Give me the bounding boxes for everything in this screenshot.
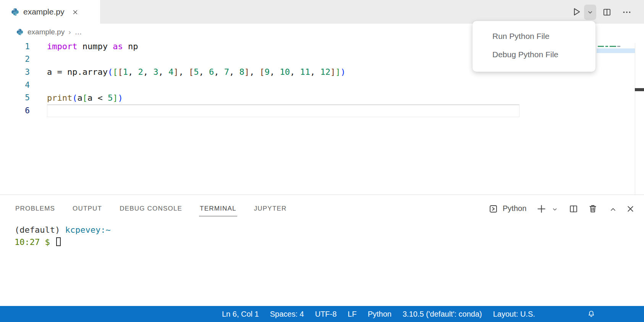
tab-example-py[interactable]: example.py	[0, 0, 100, 24]
run-menu: Run Python FileDebug Python File	[472, 21, 595, 72]
editor-tab-bar: example.py	[0, 0, 644, 24]
status-keyboard-layout[interactable]: Layout: U.S.	[493, 310, 535, 319]
code-token: as	[113, 42, 123, 51]
minimap-code-mark	[605, 46, 608, 47]
code-token: 9	[265, 67, 270, 77]
code-token: [	[113, 67, 118, 77]
code-token: 2	[138, 67, 143, 77]
terminal-line: 10:27 $	[15, 237, 111, 250]
new-terminal-button[interactable]	[536, 203, 547, 214]
tab-label: example.py	[23, 7, 64, 16]
code-token: 10	[280, 67, 290, 77]
code-token: ,	[128, 67, 138, 77]
status-language-mode[interactable]: Python	[368, 310, 392, 319]
breadcrumb-more[interactable]: …	[75, 28, 82, 36]
ellipsis-icon	[622, 7, 632, 17]
code-token: [	[83, 93, 87, 103]
close-icon[interactable]	[72, 9, 79, 16]
kill-terminal-button[interactable]	[587, 203, 598, 214]
run-menu-item[interactable]: Run Python File	[472, 27, 595, 45]
trash-icon	[587, 203, 598, 214]
code-token: ]	[335, 67, 340, 77]
minimap-viewport[interactable]	[597, 48, 635, 53]
status-cursor-position[interactable]: Ln 6, Col 1	[222, 310, 259, 319]
code-token: a <	[87, 93, 108, 103]
code-token: [	[259, 67, 264, 77]
code-token: print	[47, 93, 72, 103]
terminal-cursor	[56, 237, 61, 246]
code-line[interactable]: 5print(a[a < 5])	[0, 91, 644, 104]
minimap-code-mark	[610, 46, 616, 47]
panel-tab-jupyter[interactable]: JUPYTER	[253, 201, 288, 216]
panel-tab-debug-console[interactable]: DEBUG CONSOLE	[119, 201, 183, 216]
terminal-shell-label[interactable]: Python	[503, 204, 526, 213]
terminal-text: kcpevey:~	[65, 225, 110, 235]
terminal-line: (default) kcpevey:~	[15, 225, 111, 237]
python-icon	[16, 28, 24, 36]
code-token: 3	[153, 67, 158, 77]
split-terminal-button[interactable]	[568, 204, 579, 214]
code-token: ,	[178, 67, 189, 77]
code-token: (	[72, 93, 77, 103]
maximize-panel-button[interactable]	[608, 205, 618, 214]
code-token: )	[340, 67, 345, 77]
breadcrumb-file[interactable]: example.py	[28, 28, 65, 36]
run-dropdown-toggle[interactable]	[584, 5, 596, 20]
chevron-down-icon	[586, 8, 594, 16]
line-number: 4	[0, 80, 30, 90]
code-token: )	[118, 93, 123, 103]
split-editor-icon	[602, 7, 612, 17]
chevron-up-icon	[608, 205, 618, 214]
panel-tab-problems[interactable]: PROBLEMS	[15, 201, 56, 216]
status-eol[interactable]: LF	[348, 310, 356, 319]
panel-divider[interactable]	[0, 195, 644, 195]
code-token: ,	[249, 67, 260, 77]
panel-tab-output[interactable]: OUTPUT	[72, 201, 103, 216]
split-terminal-icon	[568, 204, 579, 214]
overview-ruler-cursor	[635, 88, 644, 91]
close-panel-button[interactable]	[626, 204, 635, 214]
more-actions-button[interactable]	[622, 7, 632, 17]
python-icon	[11, 8, 19, 16]
status-python-interpreter[interactable]: 3.10.5 ('default': conda)	[403, 310, 482, 319]
code-line[interactable]: 6	[0, 104, 644, 117]
code-token: 4	[168, 67, 173, 77]
terminal-shell-button[interactable]	[488, 204, 498, 214]
minimap-code-mark	[598, 46, 604, 47]
code-token: ,	[310, 67, 320, 77]
terminal-profile-dropdown[interactable]	[551, 206, 558, 213]
code-token: 7	[224, 67, 229, 77]
code-token: ,	[143, 67, 154, 77]
close-icon	[626, 204, 635, 214]
code-text: import numpy as np	[47, 42, 138, 51]
code-token: ]	[330, 67, 335, 77]
terminal-output[interactable]: (default) kcpevey:~10:27 $	[15, 225, 111, 250]
run-menu-item[interactable]: Debug Python File	[472, 45, 595, 64]
panel-tab-terminal[interactable]: TERMINAL	[199, 201, 237, 216]
code-token: ,	[158, 67, 168, 77]
run-button[interactable]	[571, 6, 582, 17]
status-encoding[interactable]: UTF-8	[315, 310, 337, 319]
split-editor-button[interactable]	[602, 7, 612, 17]
code-token: ,	[214, 67, 224, 77]
code-token: numpy	[77, 42, 113, 51]
code-token: 12	[320, 67, 330, 77]
terminal-text: 10:27 $	[15, 237, 55, 247]
terminal-icon	[488, 204, 498, 214]
code-token: 1	[123, 67, 128, 77]
status-indentation[interactable]: Spaces: 4	[270, 310, 304, 319]
notifications-bell-icon[interactable]	[587, 309, 596, 319]
code-token: 11	[300, 67, 310, 77]
code-token: ,	[290, 67, 300, 77]
code-token: 5	[194, 67, 199, 77]
play-icon	[571, 6, 582, 17]
code-token: 6	[209, 67, 214, 77]
breadcrumb-separator: ›	[68, 28, 71, 36]
code-token: (	[108, 67, 113, 77]
chevron-down-icon	[551, 206, 558, 213]
line-number: 5	[0, 93, 30, 102]
code-token: ]	[173, 67, 178, 77]
code-line[interactable]: 4	[0, 79, 644, 92]
code-text: print(a[a < 5])	[47, 93, 123, 103]
code-token: import	[47, 42, 77, 51]
